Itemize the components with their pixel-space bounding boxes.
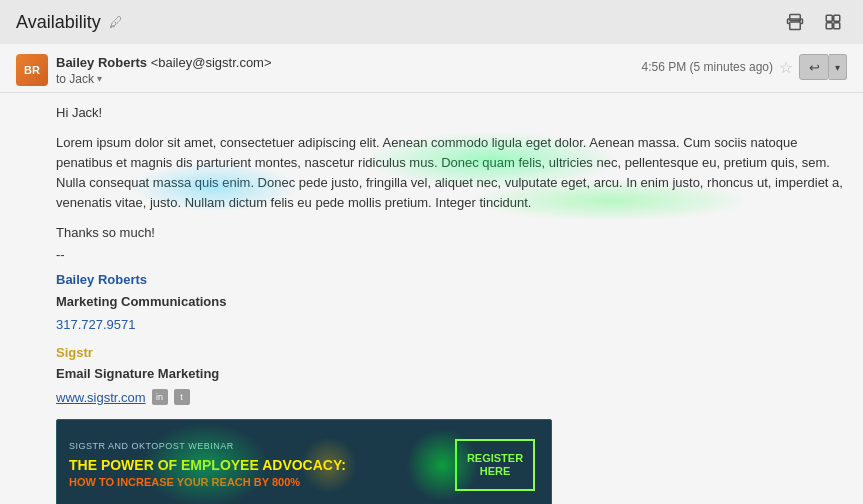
body-text: Lorem ipsum dolor sit amet, consectetuer… (56, 133, 847, 214)
sig-name: Bailey Roberts (56, 270, 847, 290)
banner-content: SIGSTR AND OKTOPOST WEBINAR THE POWER OF… (57, 420, 551, 504)
svg-rect-6 (834, 23, 840, 29)
to-line: to Jack ▾ (56, 72, 272, 86)
page-title: Availability (16, 12, 101, 33)
sender-name-row: Bailey Roberts <bailey@sigstr.com> to Ja… (56, 55, 272, 86)
settings-icon[interactable] (819, 8, 847, 36)
email-body: Hi Jack! Lorem ipsum dolor sit amet, con… (0, 93, 863, 504)
sender-name-line: Bailey Roberts <bailey@sigstr.com> (56, 55, 272, 70)
sig-title: Marketing Communications (56, 292, 847, 312)
title-icon: 🖊 (109, 14, 123, 30)
sig-link-row: www.sigstr.com in t (56, 388, 847, 408)
banner-main-title: THE POWER OF EMPLOYEE ADVOCACY: (69, 457, 385, 474)
sig-tagline: Email Signature Marketing (56, 364, 847, 384)
twitter-icon[interactable]: t (174, 389, 190, 405)
star-icon[interactable]: ☆ (779, 58, 793, 77)
body-text-wrapper: Lorem ipsum dolor sit amet, consectetuer… (56, 133, 847, 224)
email-header: BR Bailey Roberts <bailey@sigstr.com> to… (0, 44, 863, 93)
timestamp: 4:56 PM (5 minutes ago) (642, 60, 773, 74)
reply-button[interactable]: ↩ (799, 54, 829, 80)
dropdown-icon: ▾ (835, 62, 840, 73)
email-meta: 4:56 PM (5 minutes ago) ☆ ↩ ▾ (642, 54, 847, 80)
banner-text-area: SIGSTR AND OKTOPOST WEBINAR THE POWER OF… (57, 420, 397, 504)
linkedin-icon[interactable]: in (152, 389, 168, 405)
greeting: Hi Jack! (56, 103, 847, 123)
svg-rect-4 (834, 15, 840, 21)
svg-rect-1 (790, 22, 801, 30)
to-dropdown-icon[interactable]: ▾ (97, 73, 102, 84)
reply-dropdown-button[interactable]: ▾ (829, 54, 847, 80)
sig-company: Sigstr (56, 343, 847, 363)
banner-sub-title: HOW TO INCREASE YOUR REACH BY 800% (69, 474, 385, 491)
banner-cta[interactable]: REGISTER HERE (455, 439, 535, 491)
reply-buttons: ↩ ▾ (799, 54, 847, 80)
sig-link[interactable]: www.sigstr.com (56, 388, 146, 408)
dash-line: -- (56, 245, 847, 265)
reply-icon: ↩ (809, 60, 820, 75)
to-label: to Jack (56, 72, 94, 86)
sender-name: Bailey Roberts (56, 55, 147, 70)
sender-email: <bailey@sigstr.com> (151, 55, 272, 70)
top-bar-left: Availability 🖊 (16, 12, 123, 33)
svg-rect-5 (826, 23, 832, 29)
sig-phone[interactable]: 317.727.9571 (56, 315, 847, 335)
svg-point-2 (799, 20, 801, 22)
top-bar: Availability 🖊 (0, 0, 863, 44)
avatar: BR (16, 54, 48, 86)
top-bar-icons (781, 8, 847, 36)
print-icon[interactable] (781, 8, 809, 36)
thanks-line: Thanks so much! (56, 223, 847, 243)
sender-info: BR Bailey Roberts <bailey@sigstr.com> to… (16, 54, 272, 86)
banner-container[interactable]: SIGSTR AND OKTOPOST WEBINAR THE POWER OF… (56, 419, 552, 504)
banner-cta-text: REGISTER HERE (457, 452, 533, 478)
svg-rect-3 (826, 15, 832, 21)
banner-top-text: SIGSTR AND OKTOPOST WEBINAR (69, 440, 385, 454)
